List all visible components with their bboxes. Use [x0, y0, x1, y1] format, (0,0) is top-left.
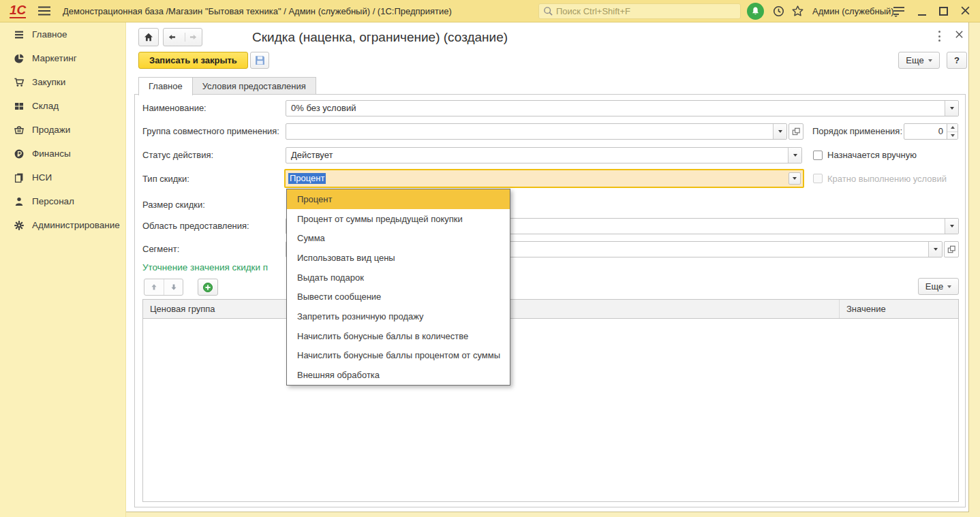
app-title: Демонстрационная база /Магазин "Бытовая …: [63, 0, 452, 22]
basket-icon: [14, 125, 25, 136]
order-input[interactable]: 0: [904, 123, 958, 140]
section-title: Уточнение значения скидки п: [142, 262, 268, 272]
dropdown-item-amount[interactable]: Сумма: [287, 228, 510, 248]
spinner-down-button[interactable]: [947, 131, 958, 140]
save-and-close-button[interactable]: Записать и закрыть: [138, 52, 248, 69]
move-up-button[interactable]: [144, 279, 164, 295]
move-down-button[interactable]: [164, 279, 183, 295]
discount-type-value: Процент: [288, 173, 326, 184]
sidebar-item-nsi[interactable]: НСИ: [0, 166, 125, 189]
star-icon: [791, 5, 804, 18]
main-menu-button[interactable]: [37, 5, 51, 16]
sidebar-item-warehouse[interactable]: Склад: [0, 94, 125, 118]
sidebar-item-personnel[interactable]: Персонал: [0, 189, 125, 213]
multiple-conditions-checkbox: [813, 174, 823, 183]
dropdown-item-give-gift[interactable]: Выдать подарок: [287, 268, 510, 287]
status-dropdown-button[interactable]: [788, 148, 801, 163]
more-button[interactable]: Еще: [898, 52, 940, 69]
user-menu[interactable]: Админ (служебный): [812, 0, 894, 22]
segment-dropdown-button[interactable]: [928, 242, 942, 257]
sidebar-item-marketing[interactable]: Маркетинг: [0, 46, 125, 70]
form-menu-button[interactable]: [936, 31, 943, 42]
sidebar-item-sales[interactable]: Продажи: [0, 118, 125, 142]
field-label-area: Область предоставления:: [142, 218, 249, 234]
chevron-down-icon: [778, 130, 782, 133]
search-input[interactable]: [556, 6, 736, 16]
column-header-value[interactable]: Значение: [840, 300, 958, 318]
dropdown-item-show-message[interactable]: Вывести сообщение: [287, 287, 510, 307]
favorites-button[interactable]: [791, 5, 804, 18]
status-input[interactable]: Действует: [286, 147, 802, 163]
person-icon: [14, 196, 25, 207]
form-window: Скидка (наценка, ограничение) (создание)…: [126, 22, 969, 512]
spinner-up-button[interactable]: [947, 124, 958, 131]
home-icon: [143, 32, 154, 42]
table-more-button[interactable]: Еще: [918, 278, 959, 295]
sidebar-item-label: Администрирование: [32, 220, 120, 230]
pie-chart-icon: [14, 53, 25, 64]
segment-choose-button[interactable]: [944, 241, 959, 257]
dropdown-item-percent[interactable]: Процент: [287, 189, 510, 209]
sidebar-item-label: Маркетинг: [32, 53, 77, 63]
dropdown-item-percent-prev-purchase[interactable]: Процент от суммы предыдущей покупки: [287, 209, 510, 229]
floppy-icon: [254, 54, 266, 66]
table-body[interactable]: [143, 319, 958, 501]
save-button[interactable]: [250, 52, 269, 69]
close-icon: [960, 5, 970, 16]
joint-group-dropdown-button[interactable]: [773, 124, 786, 139]
discount-type-dropdown-button[interactable]: [788, 172, 801, 185]
form-close-button[interactable]: [955, 30, 964, 39]
status-value: Действует: [291, 148, 333, 163]
arrow-up-icon: [951, 126, 955, 129]
name-input[interactable]: 0% без условий: [286, 100, 959, 116]
manual-checkbox-label[interactable]: Назначается вручную: [827, 147, 917, 163]
sidebar-item-administration[interactable]: Администрирование: [0, 213, 125, 237]
dropdown-item-bonus-points-quantity[interactable]: Начислить бонусные баллы в количестве: [287, 326, 510, 346]
order-value: 0: [938, 124, 943, 139]
forward-button[interactable]: [185, 33, 202, 42]
name-dropdown-button[interactable]: [945, 101, 958, 116]
history-button[interactable]: [772, 5, 785, 18]
dropdown-item-forbid-retail-sale[interactable]: Запретить розничную продажу: [287, 307, 510, 326]
ruble-coin-icon: [14, 148, 25, 159]
gear-icon: [14, 220, 25, 231]
chevron-down-icon: [950, 107, 954, 110]
global-search[interactable]: [538, 3, 741, 19]
back-button[interactable]: [164, 33, 181, 42]
plus-icon: [202, 282, 213, 293]
manual-checkbox[interactable]: [813, 151, 823, 160]
maximize-button[interactable]: [939, 7, 948, 16]
window-close-button[interactable]: [960, 5, 970, 16]
dropdown-item-use-price-kind[interactable]: Использовать вид цены: [287, 248, 510, 268]
row-move-buttons: [144, 279, 183, 296]
field-label-discount-size: Размер скидки:: [142, 197, 205, 213]
add-row-button[interactable]: [198, 279, 218, 296]
dropdown-item-bonus-points-percent[interactable]: Начислить бонусные баллы процентом от су…: [287, 346, 510, 366]
1c-logo: 1С: [10, 3, 26, 18]
field-label-segment: Сегмент:: [142, 241, 179, 257]
sidebar-item-main[interactable]: Главное: [0, 22, 125, 46]
joint-group-input[interactable]: [286, 123, 787, 140]
sidebar-item-purchases[interactable]: Закупки: [0, 70, 125, 94]
sidebar-item-label: Склад: [32, 101, 59, 111]
back-icon: [167, 33, 177, 42]
sections-panel: Главное Маркетинг Закупки Склад Продажи …: [0, 22, 126, 517]
notifications-button[interactable]: [747, 3, 764, 20]
sidebar-item-label: Главное: [32, 29, 67, 40]
forward-icon: [188, 33, 198, 42]
home-button[interactable]: [138, 28, 159, 46]
open-list-icon: [947, 245, 956, 254]
name-value: 0% без условий: [291, 101, 356, 116]
area-dropdown-button[interactable]: [945, 219, 958, 234]
tab-conditions[interactable]: Условия предоставления: [193, 77, 316, 95]
help-button[interactable]: ?: [947, 52, 967, 69]
history-nav: [163, 28, 202, 46]
service-menu-button[interactable]: [892, 5, 906, 17]
sidebar-item-finance[interactable]: Финансы: [0, 142, 125, 166]
joint-group-choose-button[interactable]: [788, 123, 803, 140]
minimize-button[interactable]: [917, 5, 928, 17]
dropdown-item-external-processing[interactable]: Внешняя обработка: [287, 365, 510, 385]
sidebar-item-label: Продажи: [32, 125, 70, 135]
discount-type-input[interactable]: Процент: [284, 169, 804, 188]
tab-main[interactable]: Главное: [138, 77, 193, 95]
